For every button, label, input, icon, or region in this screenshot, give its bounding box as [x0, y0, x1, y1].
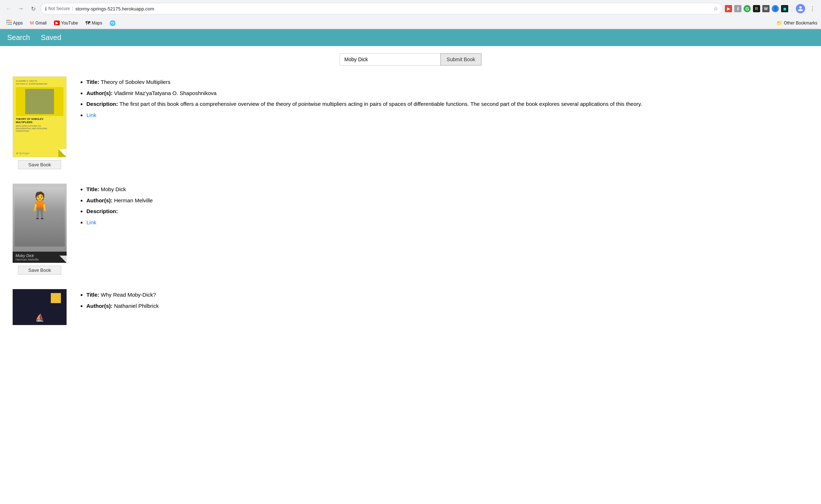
book-details-1: Title: Theory of Sobolev Multipliers Aut…	[79, 76, 814, 122]
book-cover-section-1: VLADIMIR G. MAZ'YATATYANA O. SHAPOSHNIKO…	[7, 76, 72, 169]
svg-rect-3	[6, 22, 8, 23]
list-item: Author(s): Vladimir Maz'yaTatyana O. Sha…	[86, 89, 814, 98]
not-secure-label: Not Secure	[48, 6, 70, 11]
bookmarks-bar: Apps M Gmail ▶ YouTube 🗺 Maps 🌐 📁 Other …	[0, 17, 821, 29]
other-bookmarks[interactable]: 📁 Other Bookmarks	[776, 20, 817, 26]
address-bar[interactable]: ℹ Not Secure | stormy-springs-52175.hero…	[40, 3, 723, 14]
browser-chrome: ← → ↻ ℹ Not Secure | stormy-springs-5217…	[0, 0, 821, 29]
search-nav-link[interactable]: Search	[7, 33, 30, 42]
page-curl-icon	[59, 256, 67, 263]
security-indicator: ℹ Not Secure	[45, 6, 70, 12]
moby-cover-author: Herman Melville	[15, 258, 64, 261]
bookmark-globe[interactable]: 🌐	[107, 19, 118, 27]
book-cover-3: ⛵	[13, 289, 67, 325]
bookmark-gmail[interactable]: M Gmail	[27, 19, 49, 27]
other-bookmarks-label: Other Bookmarks	[784, 21, 817, 26]
moby-cover-title: Moby Dick	[15, 253, 64, 258]
book-title-1: Theory of Sobolev Multipliers	[101, 79, 170, 85]
ext-icon-3[interactable]: G	[744, 5, 751, 12]
book-title-2: Moby Dick	[101, 186, 126, 192]
svg-rect-0	[6, 20, 8, 21]
book-authors-3: Nathaniel Philbrick	[114, 303, 159, 309]
bookmark-apps-label: Apps	[13, 21, 23, 26]
list-item: Author(s): Nathaniel Philbrick	[86, 302, 814, 310]
more-button[interactable]: ⋮	[807, 4, 817, 14]
bookmark-maps[interactable]: 🗺 Maps	[82, 19, 105, 27]
ext-icon-2[interactable]: ℹ	[734, 5, 741, 12]
table-row: VLADIMIR G. MAZ'YATATYANA O. SHAPOSHNIKO…	[7, 76, 814, 176]
bookmark-youtube[interactable]: ▶ YouTube	[51, 19, 81, 27]
save-book-button-1[interactable]: Save Book	[18, 160, 61, 169]
book-link-2[interactable]: Link	[86, 219, 97, 225]
list-item: Link	[86, 219, 814, 227]
gmail-icon: M	[30, 20, 34, 26]
url-display: stormy-springs-52175.herokuapp.com	[75, 6, 711, 12]
book-authors-2: Herman Melville	[114, 197, 153, 203]
book-description-1: The first part of this book offers a com…	[120, 101, 642, 107]
youtube-icon: ▶	[54, 21, 60, 25]
divider	[792, 5, 792, 12]
book-link-1[interactable]: Link	[86, 112, 97, 118]
app-header: Search Saved	[0, 29, 821, 46]
folder-icon: 📁	[776, 20, 782, 26]
table-row: ⛵ Title: Why Read Moby-Dick? Author(s): …	[7, 289, 814, 332]
bookmark-apps[interactable]: Apps	[4, 18, 26, 27]
book-cover-2: 🚣 🧍 Moby Dick Herman Melville	[13, 184, 67, 263]
svg-rect-4	[8, 22, 9, 23]
saved-nav-link[interactable]: Saved	[41, 33, 61, 42]
nav-bar: ← → ↻ ℹ Not Secure | stormy-springs-5217…	[0, 0, 821, 17]
book-details-3: Title: Why Read Moby-Dick? Author(s): Na…	[79, 289, 814, 313]
lock-icon: ℹ	[45, 6, 47, 12]
submit-button[interactable]: Submit Book	[440, 53, 481, 66]
svg-rect-7	[8, 24, 9, 25]
bookmark-star-icon[interactable]: ☆	[713, 5, 718, 12]
globe-icon: 🌐	[109, 20, 116, 26]
search-input[interactable]	[340, 53, 440, 66]
bookmark-maps-label: Maps	[92, 21, 102, 26]
forward-button[interactable]: →	[16, 4, 26, 14]
apps-icon	[6, 20, 12, 26]
moon-icon	[51, 293, 61, 303]
ext-icon-6[interactable]: 👤	[772, 5, 779, 12]
back-button[interactable]: ←	[4, 4, 14, 14]
list-item: Author(s): Herman Melville	[86, 197, 814, 205]
ext-icon-4[interactable]: R	[753, 5, 760, 12]
list-item: Description: The first part of this book…	[86, 100, 814, 108]
ext-icon-1[interactable]: ▶	[725, 5, 732, 12]
list-item: Description:	[86, 207, 814, 216]
book-cover-section-3: ⛵	[7, 289, 72, 325]
list-item: Title: Theory of Sobolev Multipliers	[86, 78, 814, 86]
boat-icon: ⛵	[35, 313, 44, 322]
reload-button[interactable]: ↻	[28, 4, 38, 14]
svg-rect-6	[6, 24, 8, 25]
book-authors-1: Vladimir Maz'yaTatyana O. Shaposhnikova	[114, 90, 217, 96]
search-form: Submit Book	[7, 53, 814, 66]
save-book-button-2[interactable]: Save Book	[18, 266, 61, 275]
separator: |	[72, 6, 73, 11]
list-item: Link	[86, 111, 814, 120]
book-cover-section-2: 🚣 🧍 Moby Dick Herman Melville Save Book	[7, 184, 72, 275]
main-content: Submit Book VLADIMIR G. MAZ'YATATYANA O.…	[0, 46, 821, 347]
ext-icon-7[interactable]: ◼	[781, 5, 788, 12]
table-row: 🚣 🧍 Moby Dick Herman Melville Save Book	[7, 184, 814, 282]
svg-rect-5	[10, 22, 12, 23]
moby-book-bottom-bar: Moby Dick Herman Melville	[13, 252, 67, 263]
bookmark-youtube-label: YouTube	[61, 21, 78, 26]
svg-rect-2	[10, 20, 12, 21]
ext-icon-5[interactable]: W	[762, 5, 770, 12]
book-cover-1: VLADIMIR G. MAZ'YATATYANA O. SHAPOSHNIKO…	[13, 76, 67, 157]
list-item: Title: Moby Dick	[86, 185, 814, 194]
list-item: Title: Why Read Moby-Dick?	[86, 291, 814, 299]
svg-rect-8	[10, 24, 12, 25]
maps-icon: 🗺	[85, 20, 90, 26]
books-list: VLADIMIR G. MAZ'YATATYANA O. SHAPOSHNIKO…	[7, 76, 814, 339]
page-curl-icon	[58, 149, 66, 157]
bookmark-gmail-label: Gmail	[35, 21, 46, 26]
book-title-3: Why Read Moby-Dick?	[101, 292, 156, 298]
book-details-2: Title: Moby Dick Author(s): Herman Melvi…	[79, 184, 814, 229]
svg-rect-1	[8, 20, 9, 21]
profile-avatar[interactable]	[796, 4, 805, 13]
